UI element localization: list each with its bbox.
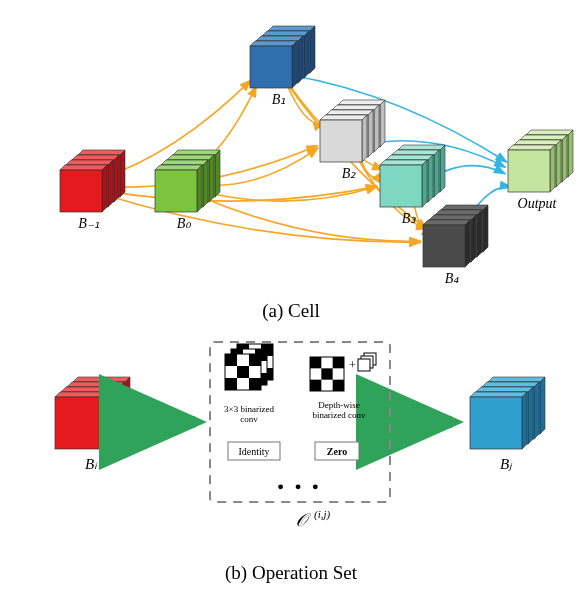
svg-marker-48 [398,145,445,150]
svg-marker-99 [482,382,539,387]
svg-marker-73 [568,130,573,177]
svg-marker-1 [120,150,125,197]
svg-marker-69 [423,220,470,225]
svg-marker-72 [526,130,573,135]
label-identity: Identity [238,446,269,457]
cell-svg: B₋₁B₀B₁B₂B₃B₄Output [0,0,582,300]
opset-diagram: BᵢBⱼ3×3 binarizedconv+Depth-wisebinarize… [0,322,582,562]
svg-rect-128 [321,368,332,379]
svg-marker-7 [108,160,113,207]
svg-marker-3 [72,155,119,160]
svg-rect-71 [423,225,465,267]
node-Out [508,130,573,192]
svg-marker-88 [119,382,124,439]
svg-marker-102 [476,387,533,392]
svg-marker-34 [292,41,297,88]
svg-marker-106 [522,392,527,449]
svg-marker-54 [386,155,433,160]
op-right-label: Bⱼ [500,456,513,472]
svg-marker-78 [514,140,561,145]
node-B0 [155,150,220,212]
op-left-stack [55,377,130,449]
svg-marker-103 [528,387,533,444]
label-Out: Output [518,196,558,211]
svg-marker-67 [471,215,476,262]
svg-marker-82 [550,145,555,192]
svg-marker-40 [374,105,379,152]
node-B1 [250,26,315,88]
svg-marker-84 [73,377,130,382]
svg-marker-57 [380,160,427,165]
svg-marker-9 [60,165,107,170]
svg-rect-127 [310,357,321,368]
svg-marker-36 [338,100,385,105]
cell-caption: (a) Cell [0,300,582,322]
svg-rect-134 [358,359,370,371]
op-setlabel-sup: (i,j) [314,508,331,521]
label-3x3-conv: 3×3 binarizedconv [224,404,274,424]
svg-rect-130 [333,357,344,368]
op-left-label: Bᵢ [85,456,98,472]
node-Bm1 [60,150,125,212]
svg-rect-122 [249,354,261,366]
label-B2: B₂ [342,166,357,181]
svg-marker-66 [429,215,476,220]
label-B3: B₃ [402,211,418,226]
svg-marker-63 [435,210,482,215]
svg-marker-16 [209,155,214,202]
svg-marker-12 [173,150,220,155]
label-B1: B₁ [272,92,287,107]
svg-marker-52 [434,150,439,197]
svg-rect-83 [508,150,550,192]
svg-rect-23 [155,170,197,212]
svg-marker-31 [298,36,303,83]
svg-marker-33 [250,41,297,46]
svg-marker-42 [326,110,373,115]
svg-marker-94 [107,392,112,449]
svg-marker-49 [440,145,445,192]
label-depthwise: Depth-wisebinarized conv [312,400,366,420]
svg-marker-27 [262,31,309,36]
svg-marker-91 [113,387,118,444]
opset-svg: BᵢBⱼ3×3 binarizedconv+Depth-wisebinarize… [0,322,582,562]
svg-marker-22 [197,165,202,212]
svg-rect-11 [60,170,102,212]
svg-marker-25 [310,26,315,73]
label-Bm1: B₋₁ [78,216,100,231]
svg-marker-24 [268,26,315,31]
svg-marker-0 [78,150,125,155]
svg-marker-28 [304,31,309,78]
svg-marker-79 [556,140,561,187]
svg-marker-75 [520,135,567,140]
svg-marker-96 [488,377,545,382]
icon-depthwise [310,353,376,391]
label-zero: Zero [327,446,347,457]
svg-rect-121 [225,354,237,366]
label-B4: B₄ [445,271,460,286]
svg-marker-4 [114,155,119,202]
label-B0: B₀ [177,216,193,231]
svg-rect-47 [320,120,362,162]
svg-marker-64 [477,210,482,257]
svg-rect-123 [237,366,249,378]
svg-marker-61 [483,205,488,252]
svg-rect-124 [225,378,237,390]
svg-marker-37 [380,100,385,147]
svg-rect-35 [250,46,292,88]
svg-marker-43 [368,110,373,157]
svg-marker-15 [167,155,214,160]
op-ellipsis: ● ● ● [277,480,322,492]
op-right-stack [470,377,545,449]
svg-marker-19 [203,160,208,207]
node-B4 [423,205,488,267]
svg-marker-100 [534,382,539,439]
svg-marker-21 [155,165,202,170]
icon-3x3-conv [225,344,273,390]
svg-text:+: + [349,358,356,372]
svg-marker-93 [55,392,112,397]
node-B2 [320,100,385,162]
svg-marker-97 [540,377,545,434]
svg-marker-51 [392,150,439,155]
svg-marker-87 [67,382,124,387]
svg-rect-125 [249,378,261,390]
